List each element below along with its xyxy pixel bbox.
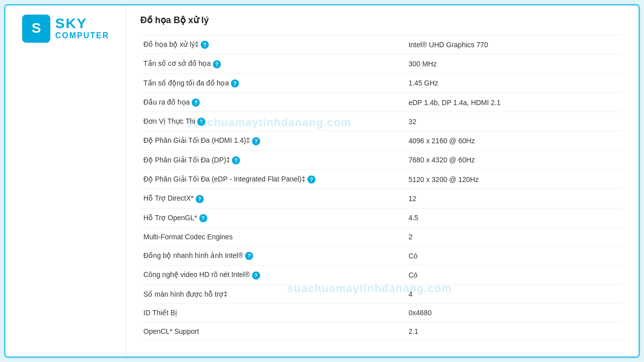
- table-row: Độ Phân Giải Tối Đa (eDP - Integrated Fl…: [140, 170, 622, 189]
- help-icon[interactable]: ?: [252, 272, 260, 280]
- spec-value: 4.5: [406, 208, 622, 227]
- help-icon[interactable]: ?: [252, 137, 260, 145]
- spec-label: Tần số cơ sở đồ họa?: [140, 54, 406, 73]
- table-row: Độ Phân Giải Tối Đa (DP)‡?7680 x 4320 @ …: [140, 150, 622, 169]
- logo-icon: S: [22, 15, 50, 43]
- table-row: Hỗ Trợ DirectX*?12: [140, 189, 622, 208]
- logo-area: S SKY COMPUTER: [22, 15, 110, 43]
- help-icon[interactable]: ?: [231, 79, 239, 87]
- help-icon[interactable]: ?: [199, 214, 207, 222]
- logo-computer-label: COMPUTER: [55, 31, 110, 40]
- spec-value: 0x4680: [406, 303, 622, 322]
- spec-label: Độ Phân Giải Tối Đa (DP)‡?: [140, 150, 406, 169]
- help-icon[interactable]: ?: [232, 156, 240, 164]
- spec-value: Có: [406, 265, 622, 285]
- spec-value: 1.45 GHz: [406, 73, 622, 93]
- help-icon[interactable]: ?: [196, 195, 204, 203]
- spec-value: 12: [406, 189, 622, 208]
- spec-label: Số màn hình được hỗ trợ‡: [140, 285, 406, 303]
- table-row: Đồ họa bộ xử lý‡?Intel® UHD Graphics 770: [140, 35, 622, 54]
- spec-value: 2: [406, 227, 622, 246]
- table-row: Độ Phân Giải Tối Đa (HDMI 1.4)‡?4096 x 2…: [140, 131, 622, 150]
- spec-value: 5120 x 3200 @ 120Hz: [406, 170, 622, 189]
- table-row: Đầu ra đồ họa?eDP 1.4b, DP 1.4a, HDMI 2.…: [140, 93, 622, 112]
- spec-label: Độ Phân Giải Tối Đa (eDP - Integrated Fl…: [140, 170, 406, 189]
- help-icon[interactable]: ?: [192, 99, 200, 107]
- spec-value: 2.1: [406, 322, 622, 340]
- spec-label: ID Thiết Bị: [140, 303, 406, 322]
- table-row: Đơn Vị Thực Thi?32: [140, 112, 622, 131]
- spec-label: OpenCL* Support: [140, 322, 406, 340]
- logo-sky-label: SKY: [55, 17, 110, 31]
- spec-value: 4: [406, 285, 622, 303]
- main-window: S SKY COMPUTER Đồ họa Bộ xử lý suachuama…: [4, 4, 640, 358]
- spec-label: Đồng bộ nhanh hình ảnh Intel®?: [140, 246, 406, 265]
- spec-value: 32: [406, 112, 622, 131]
- help-icon[interactable]: ?: [213, 60, 221, 68]
- sidebar: S SKY COMPUTER: [6, 6, 126, 356]
- help-icon[interactable]: ?: [307, 175, 315, 184]
- svg-text:S: S: [31, 20, 41, 36]
- spec-value: eDP 1.4b, DP 1.4a, HDMI 2.1: [406, 93, 622, 112]
- spec-label: Đơn Vị Thực Thi?: [140, 112, 406, 131]
- spec-label: Multi-Format Codec Engines: [140, 227, 406, 246]
- section-title: Đồ họa Bộ xử lý: [140, 15, 622, 30]
- table-row: Công nghệ video HD rõ nét Intel®?Có: [140, 265, 622, 285]
- table-row: Tần số động tối đa đồ họa?1.45 GHz: [140, 73, 622, 93]
- table-row: Số màn hình được hỗ trợ‡4: [140, 285, 622, 303]
- spec-table: Đồ họa bộ xử lý‡?Intel® UHD Graphics 770…: [140, 35, 622, 341]
- spec-label: Công nghệ video HD rõ nét Intel®?: [140, 265, 406, 285]
- table-row: Đồng bộ nhanh hình ảnh Intel®?Có: [140, 246, 622, 265]
- spec-value: 300 MHz: [406, 54, 622, 73]
- spec-value: Có: [406, 246, 622, 265]
- spec-label: Đầu ra đồ họa?: [140, 93, 406, 112]
- help-icon[interactable]: ?: [197, 118, 205, 126]
- table-row: Tần số cơ sở đồ họa?300 MHz: [140, 54, 622, 73]
- spec-label: Đồ họa bộ xử lý‡?: [140, 35, 406, 54]
- spec-label: Hỗ Trợ OpenGL*?: [140, 208, 406, 227]
- table-row: Multi-Format Codec Engines2: [140, 227, 622, 246]
- spec-value: 7680 x 4320 @ 60Hz: [406, 150, 622, 169]
- table-row: ID Thiết Bị0x4680: [140, 303, 622, 322]
- spec-value: 4096 x 2160 @ 60Hz: [406, 131, 622, 150]
- main-content: Đồ họa Bộ xử lý suachuamaytinhdanang.com…: [126, 6, 638, 356]
- spec-value: Intel® UHD Graphics 770: [406, 35, 622, 54]
- logo-text: SKY COMPUTER: [55, 17, 110, 40]
- spec-label: Độ Phân Giải Tối Đa (HDMI 1.4)‡?: [140, 131, 406, 150]
- table-row: Hỗ Trợ OpenGL*?4.5: [140, 208, 622, 227]
- help-icon[interactable]: ?: [201, 41, 209, 49]
- table-row: OpenCL* Support2.1: [140, 322, 622, 340]
- help-icon[interactable]: ?: [245, 252, 253, 260]
- spec-label: Tần số động tối đa đồ họa?: [140, 73, 406, 93]
- spec-label: Hỗ Trợ DirectX*?: [140, 189, 406, 208]
